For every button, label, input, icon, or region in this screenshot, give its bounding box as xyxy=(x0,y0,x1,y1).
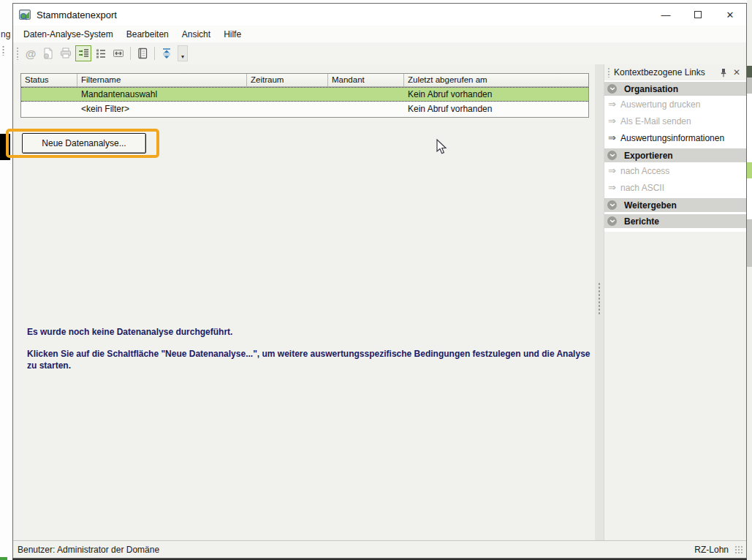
section-label: Exportieren xyxy=(624,151,673,161)
notebook-icon xyxy=(136,47,149,60)
chevron-down-icon xyxy=(607,151,617,160)
section-organisation: Organisation ⇒ Auswertung drucken ⇒ Als … xyxy=(604,82,746,146)
toolbar-overflow-button[interactable]: ▾ xyxy=(178,45,188,61)
app-window: Stammdatenexport — ✕ Daten-Analyse-Syste… xyxy=(12,3,747,559)
filter-table-header: Status Filtername Zeitraum Mandant Zulet… xyxy=(21,74,588,87)
link-arrow-icon: ⇒ xyxy=(608,99,620,109)
link-arrow-icon: ⇒ xyxy=(608,183,620,192)
statusbar-user: Benutzer: Administrator der Domäne xyxy=(18,545,159,555)
column-header-zuletzt-abgerufen[interactable]: Zuletzt abgerufen am xyxy=(404,74,588,86)
toolbar: @ xyxy=(13,42,746,64)
section-header-organisation[interactable]: Organisation xyxy=(604,82,746,96)
print-button[interactable] xyxy=(58,45,74,61)
table-row-kein-filter[interactable]: <kein Filter> Kein Abruf vorhanden xyxy=(21,102,588,116)
link-als-email-senden: ⇒ Als E-Mail senden xyxy=(604,113,746,129)
maximize-icon xyxy=(694,11,702,18)
link-auswertungsinformationen[interactable]: ⇒ Auswertungsinformationen xyxy=(604,129,746,146)
section-header-exportieren[interactable]: Exportieren xyxy=(604,148,746,162)
maximize-button[interactable] xyxy=(682,4,714,26)
section-exportieren: Exportieren ⇒ nach Access ⇒ nach ASCII xyxy=(604,148,746,196)
background-window-right-edge xyxy=(747,0,752,560)
filter-settings-button[interactable] xyxy=(75,45,91,61)
highlight-annotation-box xyxy=(6,129,159,158)
column-header-filtername[interactable]: Filtername xyxy=(77,74,247,86)
filter-settings-icon xyxy=(77,47,90,60)
fit-height-icon xyxy=(160,47,173,60)
filter-table[interactable]: Status Filtername Zeitraum Mandant Zulet… xyxy=(20,73,589,118)
cell-filtername: <kein Filter> xyxy=(77,104,247,114)
splitter-grip[interactable] xyxy=(598,282,601,314)
table-row-mandantenauswahl[interactable]: Mandantenauswahl Kein Abruf vorhanden xyxy=(21,87,588,102)
toolbar-separator xyxy=(154,47,155,60)
context-links-header: Kontextbezogene Links ✕ xyxy=(604,64,746,80)
link-arrow-icon: ⇒ xyxy=(608,116,620,126)
section-weitergeben: Weitergeben xyxy=(604,198,746,212)
at-icon: @ xyxy=(26,48,37,60)
chevron-down-icon xyxy=(607,200,617,210)
taskbar-fragment xyxy=(0,557,7,560)
info-message-line1: Es wurde noch keine Datenanalyse durchge… xyxy=(27,326,593,338)
auto-width-icon xyxy=(112,47,125,60)
section-header-berichte[interactable]: Berichte xyxy=(604,214,746,228)
close-icon: ✕ xyxy=(726,10,734,20)
close-panel-icon: ✕ xyxy=(733,67,740,77)
menu-daten-analyse-system[interactable]: Daten-Analyse-System xyxy=(17,28,120,41)
clipped-menu-text: ng xyxy=(1,29,10,39)
link-auswertung-drucken: ⇒ Auswertung drucken xyxy=(604,96,746,113)
window-title: Stammdatenexport xyxy=(37,10,117,20)
pin-icon xyxy=(720,68,727,77)
statusbar: Benutzer: Administrator der Domäne RZ-Lo… xyxy=(13,540,746,558)
statusbar-context: RZ-Lohn xyxy=(694,545,729,555)
section-label: Weitergeben xyxy=(624,200,677,211)
cell-zuletzt-abgerufen: Kein Abruf vorhanden xyxy=(404,89,588,99)
export-document-icon xyxy=(42,47,55,60)
panel-grip[interactable] xyxy=(607,67,610,77)
panel-title: Kontextbezogene Links xyxy=(614,67,717,77)
fit-height-button[interactable] xyxy=(159,45,175,61)
menu-bearbeiten[interactable]: Bearbeiten xyxy=(120,28,175,41)
column-header-zeitraum[interactable]: Zeitraum xyxy=(247,74,328,86)
chevron-down-icon xyxy=(607,216,617,226)
minimize-icon: — xyxy=(661,10,671,20)
section-header-weitergeben[interactable]: Weitergeben xyxy=(604,198,746,212)
link-arrow-icon: ⇒ xyxy=(608,166,620,175)
toolbar-separator xyxy=(130,47,131,60)
toolbar-grip[interactable] xyxy=(16,47,19,60)
menu-hilfe[interactable]: Hilfe xyxy=(217,28,248,41)
close-panel-button[interactable]: ✕ xyxy=(730,66,743,79)
email-at-button[interactable]: @ xyxy=(23,45,39,61)
section-berichte: Berichte xyxy=(604,214,746,228)
clipped-toolbar-grip xyxy=(2,45,4,56)
pin-panel-button[interactable] xyxy=(717,66,730,79)
background-window-left-edge: ng xyxy=(0,0,12,560)
menu-ansicht[interactable]: Ansicht xyxy=(175,28,217,41)
export-document-button[interactable] xyxy=(40,45,56,61)
link-nach-ascii: ⇒ nach ASCII xyxy=(604,179,746,196)
close-button[interactable]: ✕ xyxy=(714,4,746,26)
section-label: Berichte xyxy=(624,216,659,227)
print-icon xyxy=(59,47,72,60)
titlebar: Stammdatenexport — ✕ xyxy=(13,4,746,26)
notebook-button[interactable] xyxy=(134,45,151,61)
info-message-line2: Klicken Sie auf die Schaltfläche "Neue D… xyxy=(27,348,593,371)
auto-width-button[interactable] xyxy=(110,45,126,61)
dropdown-arrow-icon: ▾ xyxy=(181,53,184,60)
window-controls: — ✕ xyxy=(650,4,746,26)
context-links-sections: Organisation ⇒ Auswertung drucken ⇒ Als … xyxy=(604,80,746,232)
resize-grip[interactable] xyxy=(734,545,743,554)
link-nach-access: ⇒ nach Access xyxy=(604,162,746,179)
mouse-cursor xyxy=(436,139,448,155)
menubar: Daten-Analyse-System Bearbeiten Ansicht … xyxy=(13,26,746,42)
cell-filtername: Mandantenauswahl xyxy=(77,89,247,99)
context-links-panel: Kontextbezogene Links ✕ xyxy=(604,64,746,540)
panel-splitter[interactable] xyxy=(595,64,604,540)
minimize-button[interactable]: — xyxy=(650,4,682,26)
column-header-status[interactable]: Status xyxy=(21,74,77,86)
column-header-mandant[interactable]: Mandant xyxy=(328,74,404,86)
info-message: Es wurde noch keine Datenanalyse durchge… xyxy=(27,326,593,372)
chevron-down-icon xyxy=(607,84,617,94)
list-view-button[interactable] xyxy=(93,45,109,61)
section-label: Organisation xyxy=(624,84,678,94)
link-arrow-icon: ⇒ xyxy=(608,133,620,143)
cell-zuletzt-abgerufen: Kein Abruf vorhanden xyxy=(404,104,588,114)
